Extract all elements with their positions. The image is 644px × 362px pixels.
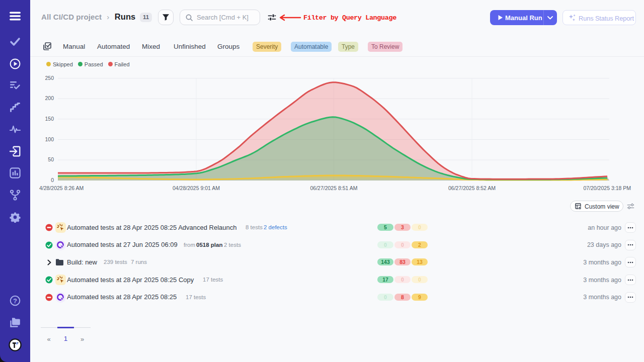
- svg-text:100: 100: [45, 136, 54, 142]
- svg-text:50: 50: [48, 156, 54, 162]
- svg-text:07/20/2025 3:18 PM: 07/20/2025 3:18 PM: [583, 185, 631, 191]
- svg-text:0: 0: [51, 177, 54, 183]
- svg-text:4/28/2025 8:26 AM: 4/28/2025 8:26 AM: [39, 185, 84, 191]
- svg-text:150: 150: [45, 116, 54, 122]
- svg-text:?: ?: [13, 297, 17, 305]
- svg-text:04/28/2025 9:01 AM: 04/28/2025 9:01 AM: [173, 185, 220, 191]
- svg-text:06/27/2025 8:51 AM: 06/27/2025 8:51 AM: [310, 185, 358, 191]
- svg-text:06/27/2025 8:52 AM: 06/27/2025 8:52 AM: [448, 185, 496, 191]
- svg-text:200: 200: [45, 95, 54, 101]
- svg-text:250: 250: [45, 75, 54, 81]
